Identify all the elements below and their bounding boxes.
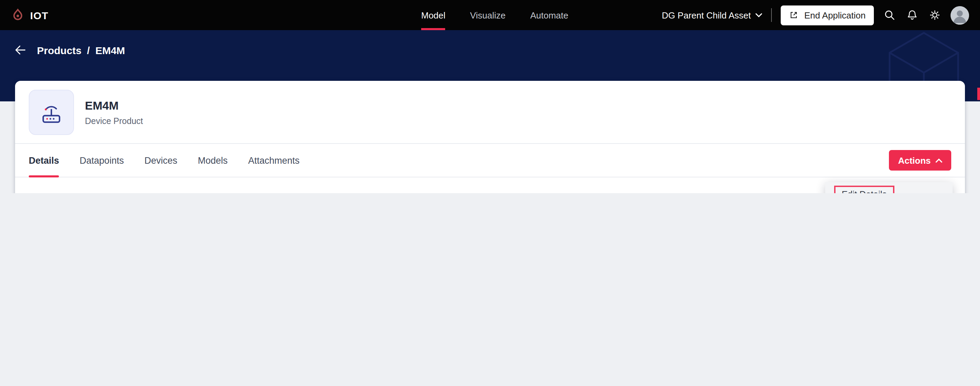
actions-menu: Edit Details Modbus Registry Mapping Del… (825, 182, 953, 193)
chevron-up-icon (935, 158, 942, 163)
main-nav: Model Visualize Automate (421, 0, 568, 30)
edit-details-highlight: Edit Details (834, 186, 894, 193)
asset-selector[interactable]: DG Parent Child Asset (662, 10, 762, 20)
actions-button[interactable]: Actions (889, 150, 951, 171)
router-device-icon (37, 98, 66, 127)
nav-visualize[interactable]: Visualize (470, 0, 506, 30)
product-title: EM4M (85, 99, 143, 113)
chevron-down-icon (756, 13, 762, 18)
breadcrumb-row: Products / EM4M (0, 30, 980, 57)
topbar: IOT Model Visualize Automate DG Parent C… (0, 0, 980, 30)
nav-model[interactable]: Model (421, 0, 445, 30)
product-icon-box (29, 90, 74, 135)
scroll-accent-marker (977, 88, 980, 100)
nav-automate[interactable]: Automate (530, 0, 568, 30)
product-header: EM4M Device Product (15, 81, 965, 143)
breadcrumb-current: EM4M (95, 44, 125, 56)
back-arrow-icon[interactable] (12, 43, 27, 57)
topbar-right: DG Parent Child Asset End Application (662, 0, 969, 30)
bell-icon[interactable] (905, 8, 919, 22)
edit-details-label: Edit Details (842, 189, 887, 193)
gear-icon[interactable] (928, 8, 942, 22)
tab-datapoints[interactable]: Datapoints (80, 144, 124, 177)
tab-details[interactable]: Details (29, 144, 59, 177)
topbar-divider (772, 8, 772, 22)
avatar[interactable] (951, 6, 969, 24)
asset-selector-label: DG Parent Child Asset (662, 10, 751, 20)
end-application-button[interactable]: End Application (781, 5, 874, 25)
app-root: IOT Model Visualize Automate DG Parent C… (0, 0, 980, 193)
tabs-bar: Details Datapoints Devices Models Attach… (15, 143, 965, 177)
menu-item-edit-details[interactable]: Edit Details (825, 182, 953, 193)
brand-name: IOT (30, 9, 49, 21)
tabs: Details Datapoints Devices Models Attach… (29, 144, 300, 177)
tab-devices[interactable]: Devices (145, 144, 177, 177)
breadcrumb-products[interactable]: Products (37, 44, 81, 56)
search-icon[interactable] (883, 8, 896, 22)
breadcrumb-separator: / (87, 44, 90, 56)
product-subtitle: Device Product (85, 116, 143, 126)
product-card: EM4M Device Product Details Datapoints D… (15, 81, 965, 193)
breadcrumb: Products / EM4M (37, 44, 125, 56)
end-application-label: End Application (804, 10, 865, 20)
brand[interactable]: IOT (11, 0, 49, 30)
actions-button-label: Actions (898, 155, 931, 166)
brand-logo-icon (11, 8, 25, 22)
tab-attachments[interactable]: Attachments (248, 144, 300, 177)
product-titles: EM4M Device Product (85, 99, 143, 126)
tab-models[interactable]: Models (198, 144, 228, 177)
exit-app-icon (789, 10, 799, 20)
